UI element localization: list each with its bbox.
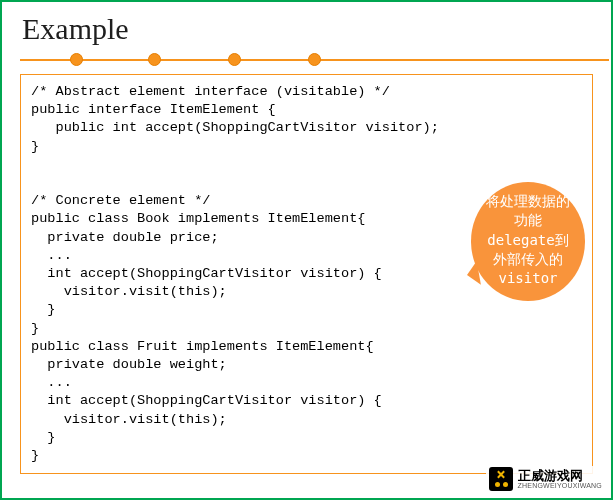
ruler-dot bbox=[308, 53, 321, 66]
watermark-text: 正威游戏网 bbox=[518, 469, 602, 482]
ruler-dot bbox=[70, 53, 83, 66]
ruler-dot bbox=[148, 53, 161, 66]
callout-line: visitor bbox=[477, 269, 579, 288]
callout-line: 功能 bbox=[477, 211, 579, 230]
watermark: 正威游戏网 ZHENGWEIYOUXIWANG bbox=[486, 466, 605, 492]
slide-title: Example bbox=[22, 12, 593, 46]
annotation-bubble: 将处理数据的 功能 delegate到 外部传入的 visitor bbox=[471, 182, 585, 301]
callout-line: 将处理数据的 bbox=[477, 192, 579, 211]
watermark-subtext: ZHENGWEIYOUXIWANG bbox=[518, 482, 602, 489]
gamepad-icon bbox=[489, 467, 513, 491]
callout-line: 外部传入的 bbox=[477, 250, 579, 269]
ruler bbox=[20, 52, 609, 68]
ruler-dot bbox=[228, 53, 241, 66]
callout-line: delegate到 bbox=[477, 231, 579, 250]
